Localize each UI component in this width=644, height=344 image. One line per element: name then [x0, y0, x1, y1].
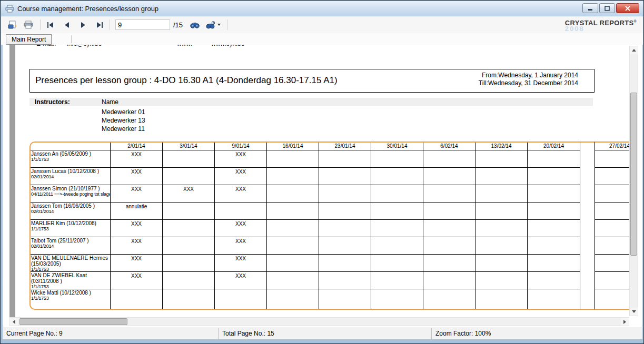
up-arrow-icon [632, 49, 636, 52]
instructors-label: Instructors: [35, 98, 70, 106]
vertical-scrollbar[interactable] [629, 46, 638, 316]
close-button[interactable] [616, 3, 639, 13]
student-detail: 02/01/2014 [31, 209, 110, 215]
report-viewer-window: Course management: Presences/lesson grou… [0, 0, 644, 344]
attendance-cell [163, 220, 215, 237]
attendance-cell [423, 289, 475, 309]
date-column-header: 23/01/14 [319, 143, 371, 150]
attendance-cell [267, 289, 319, 309]
attendance-cell [423, 185, 475, 202]
tab-main-report[interactable]: Main Report [6, 34, 52, 45]
last-page-icon [96, 22, 103, 28]
instructor-name: Medewerker 01 [102, 108, 145, 116]
attendance-cell: XXX [215, 272, 267, 289]
attendance-cell [267, 168, 319, 185]
last-page-button[interactable] [95, 21, 105, 29]
report-title-box: Presences per lesson group : 4-DO 16.30 … [29, 69, 595, 93]
instructors-header-band: Instructors: Name [29, 98, 593, 106]
student-cell: Talbot Tom (25/11/2007 )02/01/2014 [31, 237, 111, 254]
student-detail: 02/01/2014 [31, 244, 110, 249]
attendance-cell [111, 289, 163, 309]
student-cell: VAN DE MEULENAERE Hermes (15/03/2005)1/1… [31, 255, 111, 271]
student-cell: VAN DE ZWIEBEL Kaat (03/11/2008 )1/1/175… [31, 272, 111, 289]
table-header-row: 2/01/143/01/149/01/1416/01/1423/01/1430/… [31, 143, 580, 150]
student-cell: Janssen Simon (21/10/1977 )04/11/2011 ==… [31, 185, 111, 202]
scroll-up-button[interactable] [630, 46, 638, 54]
www-label: www: [177, 45, 192, 48]
date-column-header: 30/01/14 [371, 143, 423, 150]
first-page-button[interactable] [45, 21, 55, 29]
attendance-cell [423, 220, 475, 237]
attendance-cell [371, 203, 423, 219]
attendance-cell: XXX [111, 220, 163, 237]
attendance-cell [475, 255, 528, 271]
table-row: Janssen Lucas (10/12/2008 )02/01/2014XXX… [31, 168, 580, 185]
date-column-header: 9/01/14 [215, 143, 267, 150]
instructor-list: Medewerker 01 Medewerker 13 Medewerker 1… [102, 108, 145, 133]
attendance-cell [423, 237, 475, 254]
scroll-right-button[interactable] [621, 318, 629, 326]
www-value: www.syx.be [211, 45, 244, 48]
attendance-cell [528, 168, 580, 185]
vertical-scroll-thumb[interactable] [630, 93, 637, 256]
attendance-cell [475, 237, 528, 254]
toolbar-separator [40, 19, 41, 30]
current-page-status: Current Page No.: 9 [3, 328, 218, 340]
email-value: info@syx.be [67, 45, 102, 48]
previous-page-button[interactable] [63, 21, 71, 29]
continuation-row [595, 168, 630, 185]
student-detail: 1/1/1753 [31, 296, 110, 301]
attendance-cell: XXX [111, 185, 163, 202]
scroll-left-button[interactable] [10, 318, 18, 326]
attendance-cell: XXX [111, 255, 163, 271]
titlebar: Course management: Presences/lesson grou… [1, 1, 643, 16]
find-button[interactable] [189, 20, 201, 30]
print-button[interactable] [22, 19, 35, 30]
horizontal-scroll-thumb[interactable] [19, 318, 127, 325]
maximize-button[interactable] [599, 3, 615, 13]
attendance-cell [319, 237, 371, 254]
attendance-cell: XXX [111, 237, 163, 254]
zoom-dropdown-caret[interactable] [217, 24, 221, 26]
student-name: Janssen Lucas (10/12/2008 ) [31, 168, 110, 174]
find-icon [190, 21, 200, 29]
continuation-row [595, 150, 630, 168]
table-row: Janssen Tom (16/06/2005 )02/01/2014annul… [31, 203, 580, 220]
next-page-button[interactable] [79, 21, 87, 29]
attendance-cell [528, 272, 580, 289]
student-name: Talbot Tom (25/11/2007 ) [31, 238, 110, 244]
name-column-header: Name [102, 98, 118, 106]
export-icon [8, 21, 17, 29]
attendance-cell [267, 203, 319, 219]
attendance-cell [528, 289, 580, 309]
attendance-cell [319, 220, 371, 237]
printer-window-icon [5, 5, 14, 13]
report-page-area: E-mail: info@syx.be www: www.syx.be Pres… [3, 45, 642, 328]
attendance-cell [267, 150, 319, 167]
date-column-header: 20/02/14 [528, 143, 580, 150]
scroll-down-button[interactable] [630, 308, 638, 316]
page-total-label: /15 [173, 21, 183, 29]
continuation-row [595, 203, 630, 220]
instructor-name: Medewerker 11 [102, 125, 145, 133]
horizontal-scrollbar[interactable] [9, 317, 629, 326]
attendance-cell [371, 168, 423, 185]
continuation-row [595, 237, 630, 255]
previous-page-icon [65, 22, 70, 28]
page-number-input[interactable] [115, 19, 170, 30]
student-detail: 04/11/2011 ==>-tweede poging tot slagen [31, 191, 110, 197]
attendance-cell [528, 255, 580, 271]
table-row: Wicke Matti (10/12/2008 )1/1/1753 [31, 289, 580, 309]
tab-strip: Main Report [1, 33, 643, 45]
minimize-button[interactable] [582, 3, 598, 13]
table-row: VAN DE ZWIEBEL Kaat (03/11/2008 )1/1/175… [31, 272, 580, 289]
right-arrow-icon [623, 320, 626, 324]
student-name: Wicke Matti (10/12/2008 ) [31, 290, 110, 296]
attendance-cell [475, 289, 528, 309]
export-button[interactable] [6, 19, 19, 31]
zoom-button[interactable] [204, 20, 222, 30]
attendance-cell [528, 203, 580, 219]
attendance-cell [267, 255, 319, 271]
continuation-row [595, 272, 630, 289]
attendance-cell: annulatie [111, 203, 163, 219]
